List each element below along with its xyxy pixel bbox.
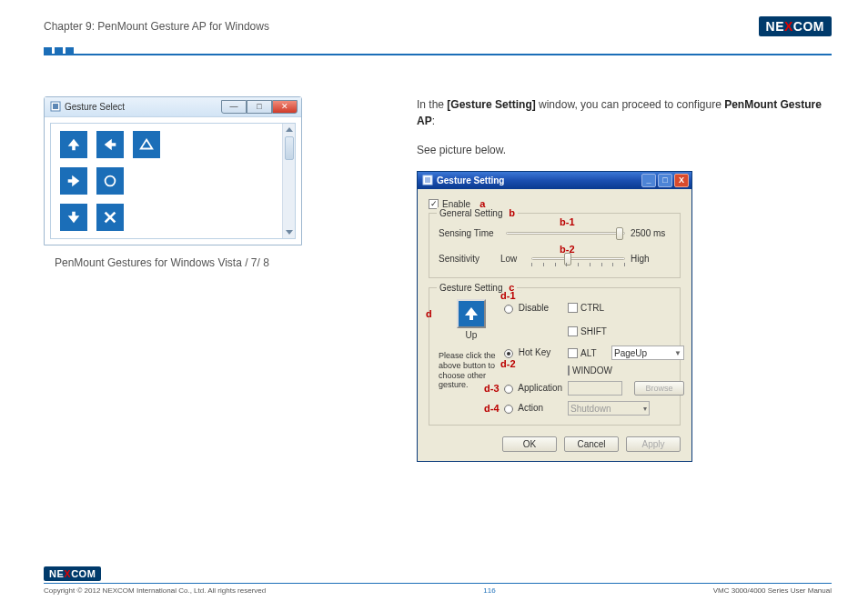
gesture-setting-window: Gesture Setting _ □ X ✓ Enable a [417,171,692,462]
annotation-b: b [509,207,515,218]
alt-checkbox[interactable] [568,348,578,358]
header-rule [44,54,832,55]
chapter-title: Chapter 9: PenMount Gesture AP for Windo… [44,20,269,33]
browse-button[interactable]: Browse [634,381,684,396]
maximize-button[interactable]: □ [247,100,272,114]
gesture-circle-tile[interactable] [96,167,124,195]
gesture-setting-group: Gesture Setting c d Up [429,287,681,426]
gesture-left-tile[interactable] [96,131,124,158]
shift-checkbox[interactable] [568,326,578,336]
action-radio[interactable] [504,405,513,414]
gesture-select-titlebar: Gesture Select — □ ✕ [45,97,301,117]
window-checkbox[interactable] [568,366,570,376]
gesture-setting-titlebar: Gesture Setting _ □ X [418,172,691,189]
annotation-d4: d-4 [484,403,500,414]
annotation-d1: d-1 [500,290,516,301]
gesture-up-tile[interactable] [60,131,87,158]
close-button[interactable]: ✕ [272,100,298,114]
gesture-select-caption: PenMount Gestures for Windows Vista / 7/… [55,256,317,269]
window-icon [422,175,433,187]
see-picture-text: See picture below. [417,142,832,158]
general-setting-group: General Setting b b-1 Sensing Time 2500 … [429,213,681,278]
footer-logo: NEXCOM [44,566,101,581]
copyright-text: Copyright © 2012 NEXCOM International Co… [44,586,266,595]
minimize-button[interactable]: _ [641,174,656,187]
action-select: Shutdown▾ [568,401,650,416]
sensing-time-slider[interactable] [506,225,625,241]
disable-radio[interactable] [504,305,513,314]
cancel-button[interactable]: Cancel [564,436,619,452]
page-number: 116 [266,586,712,595]
brand-logo: NEXCOM [759,16,832,36]
close-button[interactable]: X [674,174,689,187]
maximize-button[interactable]: □ [658,174,672,187]
hotkey-select[interactable]: PageUp▼ [611,346,684,360]
manual-name: VMC 3000/4000 Series User Manual [713,586,832,595]
gesture-down-tile[interactable] [60,204,87,231]
hotkey-radio[interactable] [504,349,513,358]
shift-label: SHIFT [580,326,607,336]
svg-rect-1 [53,104,58,109]
disable-label: Disable [519,303,549,313]
hotkey-label: Hot Key [519,347,551,357]
annotation-d2: d-2 [500,358,516,369]
sensing-time-value: 2500 ms [631,228,671,238]
page-footer: NEXCOM Copyright © 2012 NEXCOM Internati… [44,565,832,595]
annotation-d3: d-3 [484,383,500,394]
sensitivity-high: High [631,254,671,264]
apply-button[interactable]: Apply [626,436,681,452]
ok-button[interactable]: OK [502,436,557,452]
alt-label: ALT [580,348,597,358]
ctrl-checkbox[interactable] [568,303,578,313]
gesture-up-label: Up [466,330,478,340]
gesture-grid [60,131,271,231]
window-label: WINDOW [572,366,612,376]
minimize-button[interactable]: — [221,100,247,114]
gesture-x-tile[interactable] [96,204,124,231]
gesture-setting-title: Gesture Setting [437,175,504,185]
action-label: Action [518,403,543,413]
gesture-empty-tile [133,167,160,195]
sensing-time-label: Sensing Time [439,228,500,238]
gesture-right-tile[interactable] [60,167,87,195]
intro-text: In the [Gesture Setting] window, you can… [417,96,832,129]
application-label: Application [518,383,562,393]
application-radio[interactable] [504,385,513,394]
sensitivity-slider[interactable] [531,250,625,266]
ctrl-label: CTRL [580,303,604,313]
gesture-select-window: Gesture Select — □ ✕ [44,96,302,245]
gesture-select-title: Gesture Select [65,102,125,112]
window-icon [50,101,61,114]
svg-point-2 [106,176,116,186]
scrollbar[interactable] [282,124,295,238]
sensitivity-label: Sensitivity [439,254,500,264]
sensitivity-low: Low [500,254,526,264]
svg-rect-4 [425,177,430,183]
annotation-d: d [426,308,432,319]
gesture-up-stop-tile[interactable] [133,131,160,158]
gesture-selector-button[interactable] [457,299,486,328]
general-legend: General Setting b [437,207,518,218]
